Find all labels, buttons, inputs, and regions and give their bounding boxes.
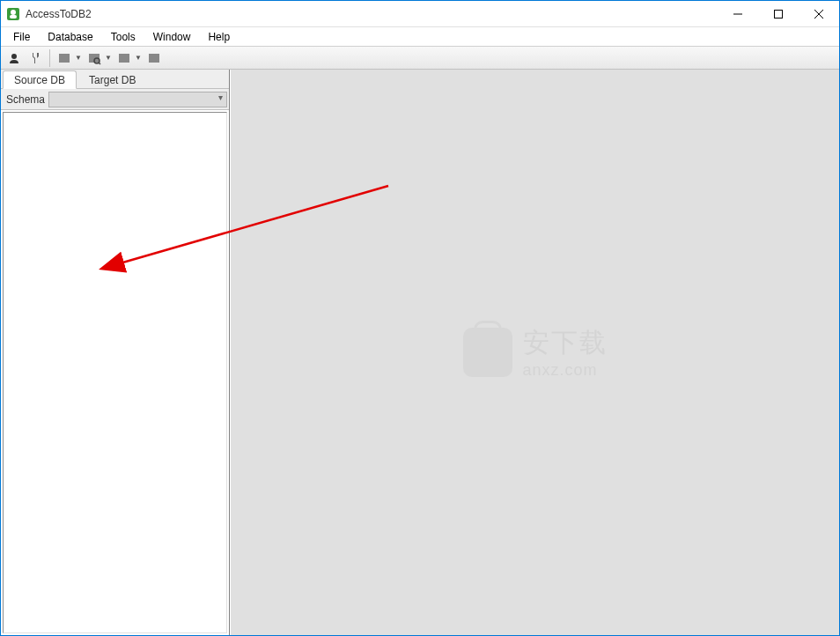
- head-icon[interactable]: [4, 48, 24, 68]
- db-tree[interactable]: [3, 112, 227, 633]
- watermark-badge-icon: [463, 328, 512, 377]
- tool-group-3: ▼: [114, 48, 143, 68]
- tab-source-db[interactable]: Source DB: [3, 70, 77, 89]
- svg-point-7: [11, 54, 17, 59]
- watermark-en: anxz.com: [523, 361, 608, 380]
- svg-rect-4: [775, 10, 783, 18]
- workspace-area: 安下载 anxz.com: [230, 70, 839, 635]
- svg-rect-2: [10, 15, 17, 18]
- svg-rect-13: [149, 54, 159, 63]
- schema-select[interactable]: [48, 92, 227, 107]
- watermark-text: 安下载 anxz.com: [523, 325, 608, 380]
- dropdown-arrow-icon[interactable]: ▼: [104, 54, 113, 62]
- dropdown-arrow-icon[interactable]: ▼: [134, 54, 143, 62]
- menu-tools[interactable]: Tools: [102, 29, 144, 45]
- menubar: File Database Tools Window Help: [1, 27, 839, 47]
- block-icon[interactable]: [114, 48, 134, 68]
- schema-row: Schema: [1, 89, 229, 110]
- app-window: AccessToDB2 File Database Tools Window H…: [0, 0, 840, 636]
- toolbar-separator: [49, 49, 50, 67]
- window-controls: [718, 1, 839, 26]
- pliers-icon[interactable]: [26, 48, 45, 68]
- close-button[interactable]: [799, 1, 839, 26]
- left-panel: Source DB Target DB Schema: [1, 70, 230, 635]
- query-icon[interactable]: [85, 48, 104, 68]
- main-area: Source DB Target DB Schema 安下载 anxz.com: [1, 70, 839, 635]
- toolbar: ▼ ▼ ▼: [1, 47, 839, 70]
- schema-label: Schema: [3, 93, 45, 106]
- window-title: AccessToDB2: [26, 8, 718, 20]
- app-icon: [6, 7, 20, 21]
- svg-line-11: [99, 63, 100, 64]
- db-tabs: Source DB Target DB: [1, 70, 229, 89]
- titlebar: AccessToDB2: [1, 1, 839, 27]
- svg-point-1: [11, 10, 16, 15]
- menu-help[interactable]: Help: [199, 29, 239, 45]
- maximize-button[interactable]: [758, 1, 799, 26]
- tool-group-2: ▼: [85, 48, 113, 68]
- sheet-icon[interactable]: [55, 48, 74, 68]
- menu-window[interactable]: Window: [144, 29, 200, 45]
- svg-rect-12: [119, 54, 129, 63]
- tab-target-db[interactable]: Target DB: [77, 70, 147, 88]
- watermark: 安下载 anxz.com: [463, 325, 608, 380]
- block2-icon[interactable]: [144, 48, 164, 68]
- dropdown-arrow-icon[interactable]: ▼: [74, 54, 83, 62]
- menu-file[interactable]: File: [4, 29, 39, 45]
- tool-group-1: ▼: [55, 48, 83, 68]
- watermark-cn: 安下载: [523, 325, 608, 361]
- minimize-button[interactable]: [718, 1, 758, 26]
- menu-database[interactable]: Database: [39, 29, 101, 45]
- svg-rect-8: [59, 54, 70, 63]
